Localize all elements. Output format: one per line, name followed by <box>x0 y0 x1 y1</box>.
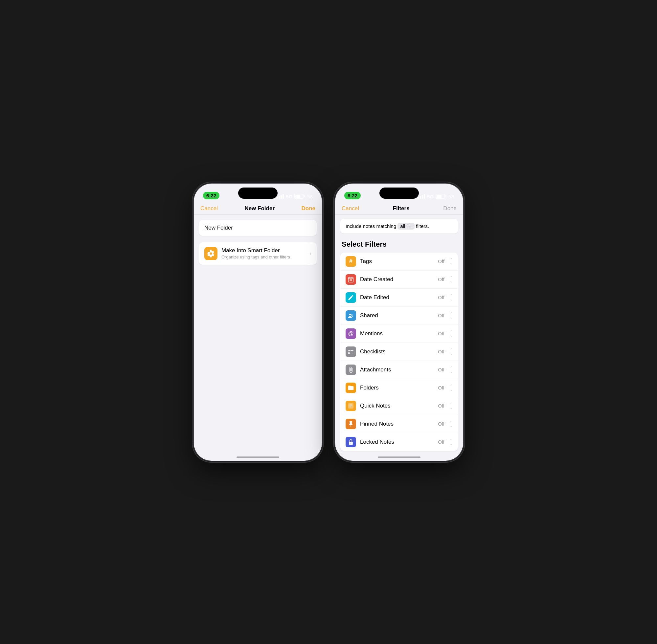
cancel-button[interactable]: Cancel <box>200 205 218 212</box>
filter-list: # Tags Off ⌃⌄ 31 <box>340 253 458 451</box>
folders-label: Folders <box>360 385 434 391</box>
svg-point-16 <box>350 443 352 444</box>
battery-percent: 58 <box>307 194 313 199</box>
checklists-status: Off <box>438 349 445 354</box>
smart-folder-subtitle: Organize using tags and other filters <box>221 254 305 259</box>
dynamic-island <box>238 187 277 199</box>
status-5g-2: 5G <box>427 194 434 199</box>
smart-folder-row[interactable]: Make Into Smart Folder Organize using ta… <box>199 243 317 265</box>
filter-row-attachments[interactable]: Attachments Off ⌃⌄ <box>340 361 458 379</box>
filter-row-folders[interactable]: Folders Off ⌃⌄ <box>340 379 458 397</box>
shared-label: Shared <box>360 312 434 319</box>
status-right: 5G 58 <box>277 194 313 199</box>
status-right-2: 5G 58 <box>418 194 454 199</box>
mentions-icon: @ <box>345 328 356 339</box>
folder-name-input[interactable]: New Folder <box>199 220 317 236</box>
quick-notes-icon <box>345 401 356 411</box>
filter-row-date-edited[interactable]: Date Edited Off ⌃⌄ <box>340 289 458 307</box>
quick-notes-status: Off <box>438 403 445 409</box>
nav-bar: Cancel New Folder Done <box>194 201 322 215</box>
all-picker[interactable]: all ⌃⌄ <box>398 223 414 230</box>
done-button[interactable]: Done <box>301 205 315 212</box>
filter-row-quick-notes[interactable]: Quick Notes Off ⌃⌄ <box>340 397 458 415</box>
tags-label: Tags <box>360 258 434 265</box>
battery-2 <box>436 194 447 199</box>
date-edited-arrows-icon: ⌃⌄ <box>450 294 453 301</box>
tags-arrows-icon: ⌃⌄ <box>450 258 453 265</box>
filter-row-date-created[interactable]: 31 Date Created Off ⌃⌄ <box>340 271 458 289</box>
attachments-arrows-icon: ⌃⌄ <box>450 366 453 373</box>
pinned-notes-label: Pinned Notes <box>360 421 434 427</box>
date-created-arrows-icon: ⌃⌄ <box>450 276 453 283</box>
date-created-label: Date Created <box>360 276 434 283</box>
battery <box>294 194 305 199</box>
include-bar: Include notes matching all ⌃⌄ filters. <box>340 219 458 233</box>
date-edited-icon <box>345 292 356 303</box>
chevron-right-icon: › <box>310 250 312 257</box>
filters-nav-title: Filters <box>393 205 410 212</box>
shared-status: Off <box>438 313 445 318</box>
content-area: New Folder Make Into Smart Folder Organi… <box>194 215 322 265</box>
attachments-label: Attachments <box>360 367 434 373</box>
filter-row-pinned-notes[interactable]: Pinned Notes Off ⌃⌄ <box>340 415 458 433</box>
svg-point-6 <box>351 314 353 316</box>
phone-filters: 6:22 5G 58 Cancel Filters Do <box>335 184 463 461</box>
svg-rect-8 <box>348 352 350 353</box>
tags-icon: # <box>345 256 356 267</box>
date-created-status: Off <box>438 277 445 282</box>
mentions-arrows-icon: ⌃⌄ <box>450 330 453 337</box>
select-filters-heading: Select Filters <box>335 237 463 251</box>
smart-folder-title: Make Into Smart Folder <box>221 247 305 254</box>
nav-title: New Folder <box>244 205 275 212</box>
filter-row-locked-notes[interactable]: Locked Notes Off ⌃⌄ <box>340 433 458 451</box>
checklists-arrows-icon: ⌃⌄ <box>450 348 453 355</box>
filters-done-button[interactable]: Done <box>443 205 457 212</box>
mentions-status: Off <box>438 331 445 336</box>
include-suffix: filters. <box>416 223 429 229</box>
home-indicator <box>236 457 279 458</box>
folders-icon <box>345 383 356 393</box>
gear-icon <box>207 250 215 257</box>
mentions-label: Mentions <box>360 330 434 337</box>
quick-notes-arrows-icon: ⌃⌄ <box>450 402 453 410</box>
filter-row-tags[interactable]: # Tags Off ⌃⌄ <box>340 253 458 271</box>
pinned-notes-icon <box>345 419 356 429</box>
status-5g: 5G <box>286 194 292 199</box>
include-prefix: Include notes matching <box>345 223 396 229</box>
signal-bars <box>277 194 284 199</box>
filter-row-checklists[interactable]: Checklists Off ⌃⌄ <box>340 343 458 361</box>
status-time: 6:22 <box>203 192 220 199</box>
filters-nav-bar: Cancel Filters Done <box>335 201 463 215</box>
date-edited-label: Date Edited <box>360 294 434 301</box>
filter-row-mentions[interactable]: @ Mentions Off ⌃⌄ <box>340 325 458 343</box>
checklists-icon <box>345 346 356 357</box>
attachments-icon <box>345 365 356 375</box>
filters-cancel-button[interactable]: Cancel <box>342 205 359 212</box>
signal-bars-2 <box>418 194 425 199</box>
filter-row-shared[interactable]: Shared Off ⌃⌄ <box>340 307 458 325</box>
date-edited-status: Off <box>438 295 445 300</box>
folders-status: Off <box>438 385 445 390</box>
smart-folder-text: Make Into Smart Folder Organize using ta… <box>221 247 305 259</box>
quick-notes-label: Quick Notes <box>360 402 434 409</box>
attachments-status: Off <box>438 367 445 372</box>
svg-rect-7 <box>348 350 350 351</box>
pinned-notes-status: Off <box>438 421 445 427</box>
svg-text:31: 31 <box>349 279 352 281</box>
phone-new-folder: 6:22 5G 58 Cancel New Folder <box>194 184 322 461</box>
battery-percent-2: 58 <box>448 194 454 199</box>
date-created-icon: 31 <box>345 274 356 285</box>
home-indicator-2 <box>378 457 421 458</box>
folders-arrows-icon: ⌃⌄ <box>450 384 453 391</box>
locked-notes-icon <box>345 437 356 447</box>
locked-notes-status: Off <box>438 439 445 445</box>
svg-point-5 <box>349 314 351 315</box>
status-time-2: 6:22 <box>344 192 361 199</box>
locked-notes-label: Locked Notes <box>360 439 434 445</box>
locked-notes-arrows-icon: ⌃⌄ <box>450 438 453 446</box>
picker-arrows-icon: ⌃⌄ <box>406 224 412 228</box>
dynamic-island-2 <box>380 187 419 199</box>
checklists-label: Checklists <box>360 348 434 355</box>
tags-status: Off <box>438 258 445 264</box>
pinned-notes-arrows-icon: ⌃⌄ <box>450 420 453 428</box>
